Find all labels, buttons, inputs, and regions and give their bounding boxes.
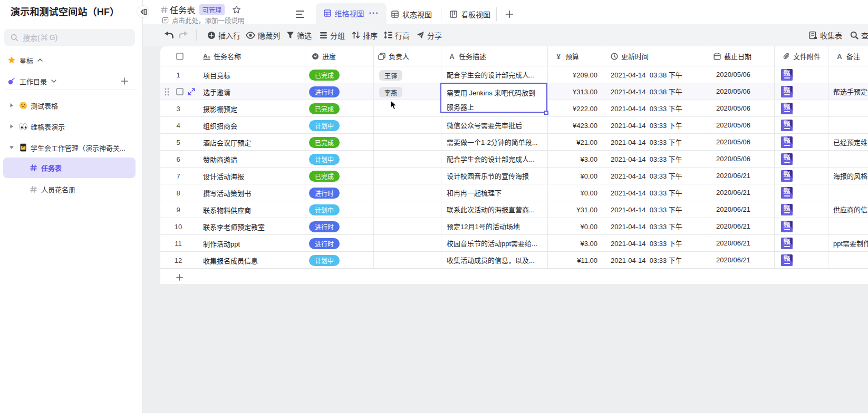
svg-text:A: A bbox=[837, 53, 842, 60]
svg-text:A: A bbox=[449, 53, 455, 60]
svg-text:A: A bbox=[204, 53, 208, 59]
svg-text:¥: ¥ bbox=[556, 53, 561, 60]
